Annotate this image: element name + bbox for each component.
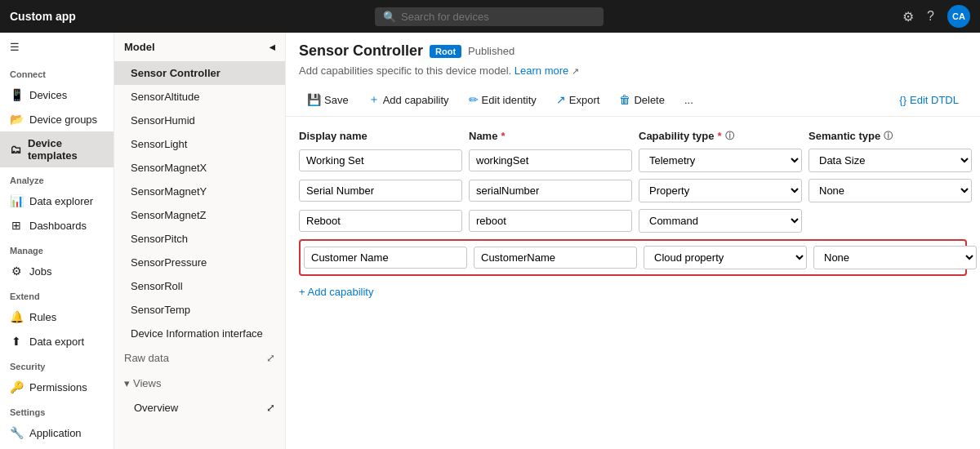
working-set-semantic-type-select[interactable]: Data SizeNoneTemperature	[808, 149, 972, 172]
working-set-display-name-input[interactable]	[299, 149, 462, 171]
sidebar-item-rules[interactable]: 🔔 Rules	[0, 305, 114, 329]
add-icon: ＋	[368, 92, 380, 107]
more-button[interactable]: ...	[676, 90, 702, 110]
raw-data-label: Raw data	[124, 352, 169, 364]
export-icon: ↗	[556, 93, 566, 106]
more-label: ...	[684, 94, 693, 106]
add-capability-link-label: + Add capability	[299, 286, 373, 298]
views-collapse-icon: ▾	[124, 377, 130, 389]
delete-button[interactable]: 🗑 Delete	[611, 89, 673, 110]
external-link-icon: ↗	[572, 66, 579, 76]
serial-number-display-name-input[interactable]	[299, 180, 462, 202]
customer-name-display-name-input[interactable]	[304, 247, 467, 269]
published-badge: Published	[468, 45, 514, 57]
sidebar-item-data-explorer-label: Data explorer	[29, 195, 93, 207]
reboot-display-name-input[interactable]	[299, 210, 462, 232]
midpanel-raw-data[interactable]: Raw data ⤢	[114, 345, 285, 371]
add-capability-button[interactable]: ＋ Add capability	[360, 88, 457, 111]
export-button[interactable]: ↗ Export	[548, 89, 608, 110]
col-semantic-type: Semantic type ⓘ	[808, 130, 972, 142]
capability-row-customer-name: Cloud propertyTelemetryPropertyCommand N…	[299, 239, 967, 276]
data-export-icon: ⬆	[10, 335, 23, 348]
midpanel-item-device-info[interactable]: Device Information interface	[114, 322, 285, 345]
sidebar-item-permissions[interactable]: 🔑 Permissions	[0, 375, 114, 399]
midpanel-views-section[interactable]: ▾ Views	[114, 371, 285, 396]
device-info-label: Device Information interface	[131, 327, 263, 340]
reboot-name-input[interactable]	[469, 210, 632, 232]
save-icon: 💾	[307, 93, 321, 106]
midpanel-item-sensor-roll[interactable]: SensorRoll	[114, 274, 285, 298]
serial-number-capability-type-select[interactable]: PropertyTelemetryCommandCloud property	[639, 179, 802, 202]
edit-identity-button[interactable]: ✏ Edit identity	[461, 89, 545, 110]
midpanel: Model ◂ Sensor Controller SensorAltitude…	[114, 33, 286, 449]
midpanel-item-sensor-magnetx[interactable]: SensorMagnetX	[114, 156, 285, 180]
midpanel-item-sensor-altitude[interactable]: SensorAltitude	[114, 85, 285, 109]
sidebar-item-device-groups[interactable]: 📂 Device groups	[0, 107, 114, 131]
midpanel-item-sensor-pressure[interactable]: SensorPressure	[114, 251, 285, 274]
add-capability-label: Add capability	[383, 94, 449, 106]
learn-more-link[interactable]: Learn more	[514, 64, 568, 77]
settings-section-label: Settings	[0, 399, 114, 420]
col-name: Name *	[469, 130, 632, 142]
settings-icon[interactable]: ⚙	[902, 9, 914, 24]
sidebar-item-application-label: Application	[29, 427, 82, 439]
midpanel-item-sensor-humid[interactable]: SensorHumid	[114, 109, 285, 132]
working-set-capability-type-select[interactable]: TelemetryPropertyCommandCloud property	[639, 149, 802, 172]
sidebar-item-devices-label: Devices	[29, 89, 67, 101]
midpanel-item-sensor-magnety[interactable]: SensorMagnetY	[114, 180, 285, 203]
application-icon: 🔧	[10, 426, 23, 439]
data-explorer-icon: 📊	[10, 194, 23, 207]
topbar: Custom app 🔍 ⚙ ? CA	[0, 0, 980, 33]
add-capability-link[interactable]: + Add capability	[299, 282, 967, 301]
customer-name-capability-type-select[interactable]: Cloud propertyTelemetryPropertyCommand	[644, 246, 807, 269]
sidebar-item-data-explorer[interactable]: 📊 Data explorer	[0, 189, 114, 213]
overview-label: Overview	[134, 402, 178, 414]
search-input[interactable]	[401, 11, 595, 23]
edit-dtdl-button[interactable]: {} Edit DTDL	[891, 90, 967, 110]
midpanel-item-sensor-controller[interactable]: Sensor Controller	[114, 61, 285, 85]
edit-identity-label: Edit identity	[482, 94, 537, 106]
root-badge: Root	[430, 45, 461, 58]
working-set-name-input[interactable]	[469, 149, 632, 171]
export-label: Export	[569, 94, 600, 106]
midpanel-item-sensor-pitch[interactable]: SensorPitch	[114, 227, 285, 251]
avatar[interactable]: CA	[947, 5, 970, 28]
midpanel-item-sensor-temp[interactable]: SensorTemp	[114, 298, 285, 322]
capability-row-working-set: TelemetryPropertyCommandCloud property D…	[299, 149, 967, 172]
sensor-temp-label: SensorTemp	[131, 304, 190, 316]
edit-dtdl-label: Edit DTDL	[910, 94, 959, 106]
save-button[interactable]: 💾 Save	[299, 89, 357, 110]
capability-row-serial-number: PropertyTelemetryCommandCloud property N…	[299, 179, 967, 202]
sidebar-item-devices[interactable]: 📱 Devices	[0, 82, 114, 107]
serial-number-semantic-type-select[interactable]: NoneData Size	[808, 179, 972, 202]
connect-section-label: Connect	[0, 61, 114, 82]
rules-icon: 🔔	[10, 310, 23, 323]
search-container[interactable]: 🔍	[375, 7, 604, 26]
customer-name-semantic-type-select[interactable]: NoneData Size	[813, 246, 977, 269]
subtitle-text: Add capabilities specific to this device…	[299, 64, 511, 77]
dashboards-icon: ⊞	[10, 219, 23, 232]
help-icon[interactable]: ?	[927, 9, 934, 24]
save-label: Save	[324, 94, 349, 106]
midpanel-item-overview[interactable]: Overview ⤢	[114, 396, 285, 420]
reboot-capability-type-select[interactable]: CommandTelemetryPropertyCloud property	[639, 209, 802, 233]
serial-number-name-input[interactable]	[469, 180, 632, 202]
leftnav: ☰ Connect 📱 Devices 📂 Device groups 🗂 De…	[0, 33, 114, 449]
midpanel-item-sensor-magnetz[interactable]: SensorMagnetZ	[114, 203, 285, 227]
column-headers: Display name Name * Capability type * ⓘ …	[299, 130, 967, 142]
sidebar-item-device-templates[interactable]: 🗂 Device templates	[0, 131, 114, 167]
content-area: Display name Name * Capability type * ⓘ …	[286, 117, 980, 449]
topbar-icons: ⚙ ? CA	[902, 5, 970, 28]
sidebar-item-data-export[interactable]: ⬆ Data export	[0, 329, 114, 353]
sidebar-item-application[interactable]: 🔧 Application	[0, 420, 114, 445]
title-row: Sensor Controller Root Published	[299, 42, 967, 60]
customer-name-name-input[interactable]	[474, 247, 637, 269]
toolbar: 💾 Save ＋ Add capability ✏ Edit identity …	[299, 83, 967, 116]
midpanel-collapse-icon[interactable]: ◂	[270, 41, 275, 53]
main-content: Sensor Controller Root Published Add cap…	[286, 33, 980, 449]
sidebar-item-jobs[interactable]: ⚙ Jobs	[0, 259, 114, 283]
sensor-pitch-label: SensorPitch	[131, 233, 188, 245]
hamburger-icon[interactable]: ☰	[0, 33, 114, 61]
midpanel-item-sensor-light[interactable]: SensorLight	[114, 132, 285, 156]
sidebar-item-dashboards[interactable]: ⊞ Dashboards	[0, 213, 114, 238]
